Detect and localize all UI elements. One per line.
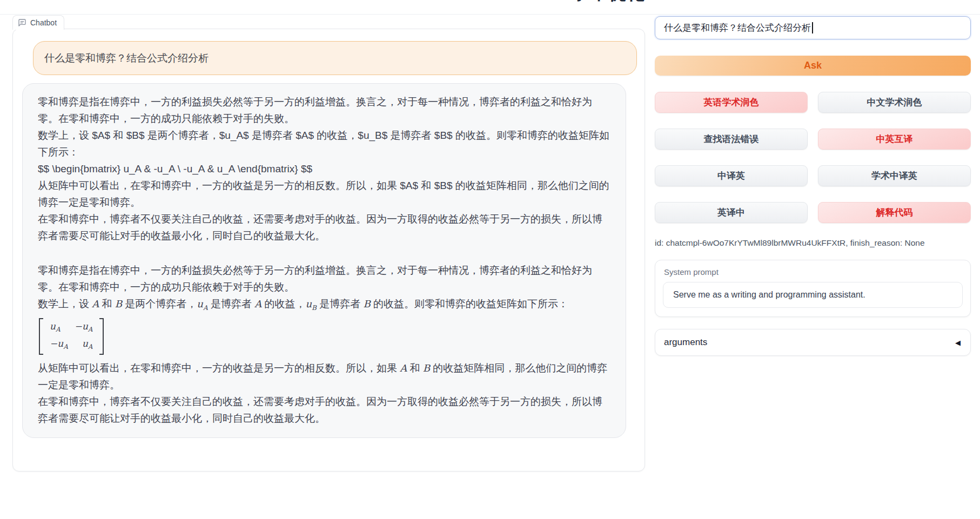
chat-bubble-icon xyxy=(18,18,26,27)
bot-rendered-markdown: 零和博弈是指在博弈中，一方的利益损失必然等于另一方的利益增益。换言之，对于每一种… xyxy=(38,262,610,427)
quick-action-grid: 英语学术润色 中文学术润色 查找语法错误 中英互译 中译英 学术中译英 英译中 … xyxy=(655,92,971,223)
bot-message-bubble: 零和博弈是指在博弈中，一方的利益损失必然等于另一方的利益增益。换言之，对于每一种… xyxy=(22,83,626,438)
chatbot-label-tab: Chatbot xyxy=(12,15,64,30)
response-status-text: id: chatcmpl-6wOo7KrYTwMl89lbrMWRu4UkFFX… xyxy=(655,238,971,248)
chatbot-label-text: Chatbot xyxy=(30,18,57,27)
action-button-find-grammar[interactable]: 查找语法错误 xyxy=(655,129,808,150)
matrix-cell: −uA xyxy=(50,336,68,354)
matrix-cell: −uA xyxy=(75,319,93,336)
app-window: ChatGPT 学术优化 Chatbot 什么是零和博弈？结合公式介绍分析 零和… xyxy=(0,0,980,519)
system-prompt-card: System prompt Serve me as a writing and … xyxy=(655,260,971,317)
bot-paragraph: 在零和博弈中，博弈者不仅要关注自己的收益，还需要考虑对手的收益。因为一方取得的收… xyxy=(38,393,610,427)
header-divider xyxy=(0,14,980,15)
bot-raw-markdown: 零和博弈是指在博弈中，一方的利益损失必然等于另一方的利益增益。换言之，对于每一种… xyxy=(38,93,610,244)
action-button-zh-en-translate[interactable]: 中英互译 xyxy=(818,129,971,150)
payoff-matrix: uA −uA −uA uA xyxy=(39,318,104,355)
action-button-en-to-zh[interactable]: 英译中 xyxy=(655,202,808,223)
action-button-zh-to-en[interactable]: 中译英 xyxy=(655,165,808,186)
chatbot-panel: Chatbot 什么是零和博弈？结合公式介绍分析 零和博弈是指在博弈中，一方的利… xyxy=(12,29,645,471)
bot-paragraph: 从矩阵中可以看出，在零和博弈中，一方的收益是另一方的相反数。所以，如果 A 和 … xyxy=(38,360,610,393)
action-button-academic-zh-en[interactable]: 学术中译英 xyxy=(818,165,971,186)
matrix-left-bracket xyxy=(39,318,43,355)
action-button-chinese-polish[interactable]: 中文学术润色 xyxy=(818,92,971,113)
matrix-cell: uA xyxy=(82,336,93,354)
user-message-text: 什么是零和博弈？结合公式介绍分析 xyxy=(44,52,209,64)
system-prompt-value: Serve me as a writing and programming as… xyxy=(673,290,865,299)
arguments-accordion[interactable]: arguments ◀ xyxy=(655,329,971,356)
page-title: ChatGPT 学术优化 xyxy=(486,0,645,4)
user-message-bubble: 什么是零和博弈？结合公式介绍分析 xyxy=(33,41,637,75)
text-caret xyxy=(812,22,813,33)
system-prompt-input[interactable]: Serve me as a writing and programming as… xyxy=(663,282,963,308)
system-prompt-label: System prompt xyxy=(664,267,963,277)
action-button-english-polish[interactable]: 英语学术润色 xyxy=(655,92,808,113)
arguments-accordion-label: arguments xyxy=(664,337,707,348)
action-button-explain-code[interactable]: 解释代码 xyxy=(818,202,971,223)
matrix-cell: uA xyxy=(50,319,61,336)
matrix-right-bracket xyxy=(99,318,104,355)
ask-button[interactable]: Ask xyxy=(655,56,971,76)
bot-paragraph: 数学上，设 A 和 B 是两个博弈者，uA 是博弈者 A 的收益，uB 是博弈者… xyxy=(38,295,610,316)
bot-paragraph: 零和博弈是指在博弈中，一方的利益损失必然等于另一方的利益增益。换言之，对于每一种… xyxy=(38,262,610,295)
prompt-input[interactable]: 什么是零和博弈？结合公式介绍分析 xyxy=(655,16,971,39)
control-column: 什么是零和博弈？结合公式介绍分析 Ask 英语学术润色 中文学术润色 查找语法错… xyxy=(655,16,971,356)
prompt-input-value: 什么是零和博弈？结合公式介绍分析 xyxy=(664,22,811,34)
accordion-collapse-icon: ◀ xyxy=(955,339,961,347)
